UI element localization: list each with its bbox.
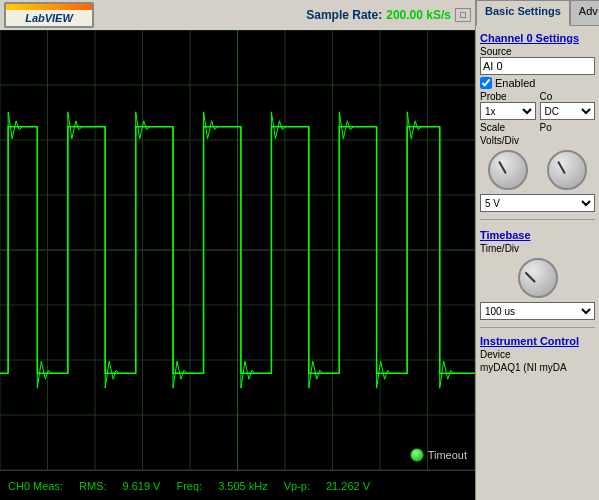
rms-value: 9.619 V (123, 480, 161, 492)
window-controls: □ (455, 8, 471, 22)
instrument-control-title: Instrument Control (480, 335, 595, 347)
source-input[interactable] (480, 57, 595, 75)
scale-label: Scale (480, 122, 536, 133)
coupling-label: Co (540, 91, 596, 102)
probe-label: Probe (480, 91, 536, 102)
vpp-value: 21.262 V (326, 480, 370, 492)
timebase-title: Timebase (480, 229, 595, 241)
position-knob-area (540, 150, 596, 190)
volts-div-knob-area (480, 150, 536, 190)
labview-logo: LabVIEW (4, 2, 94, 28)
panel-content: Channel 0 Settings Source Enabled Probe … (476, 26, 599, 500)
probe-coupling-row: Probe 1x 10x Co DC AC (480, 89, 595, 120)
ch0-label: CH0 Meas: (8, 480, 63, 492)
source-label: Source (480, 46, 595, 57)
volt-select[interactable]: 5 V 2 V 1 V (480, 194, 595, 212)
measurements-bar: CH0 Meas: RMS: 9.619 V Freq: 3.505 kHz V… (0, 470, 475, 500)
sample-rate-label: Sample Rate: (306, 8, 382, 22)
volts-div-knob[interactable] (488, 150, 528, 190)
rms-label: RMS: (79, 480, 107, 492)
toolbar: LabVIEW Sample Rate: 200.00 kS/s □ (0, 0, 475, 30)
knob-indicator (498, 161, 507, 174)
device-value: myDAQ1 (NI myDA (480, 362, 595, 373)
right-panel: Basic Settings Adv Channel 0 Settings So… (475, 0, 599, 500)
time-div-knob[interactable] (518, 258, 558, 298)
timeout-led (410, 448, 424, 462)
coupling-select[interactable]: DC AC (540, 102, 596, 120)
knob-indicator (524, 272, 535, 283)
scope-canvas (0, 30, 475, 470)
timeout-text: Timeout (428, 449, 467, 461)
sample-rate-value: 200.00 kS/s (386, 8, 451, 22)
channel-settings-section: Channel 0 Settings Source Enabled Probe … (480, 30, 595, 212)
channel-settings-title: Channel 0 Settings (480, 32, 595, 44)
enabled-row: Enabled (480, 77, 595, 89)
knob-indicator (557, 161, 566, 174)
timebase-section: Timebase Time/Div 100 us 50 us 200 us (480, 227, 595, 320)
enabled-checkbox[interactable] (480, 77, 492, 89)
tab-adv[interactable]: Adv (570, 0, 599, 26)
vpp-label: Vp-p: (284, 480, 310, 492)
time-div-label: Time/Div (480, 243, 595, 254)
restore-button[interactable]: □ (455, 8, 471, 22)
timeout-area: Timeout (410, 448, 467, 462)
freq-label: Freq: (176, 480, 202, 492)
volt-select-row: 5 V 2 V 1 V (480, 194, 595, 212)
volts-div-label: Volts/Div (480, 135, 536, 146)
time-select[interactable]: 100 us 50 us 200 us (480, 302, 595, 320)
scale-position-labels: Scale Volts/Div Po (480, 120, 595, 146)
divider-2 (480, 327, 595, 328)
freq-value: 3.505 kHz (218, 480, 268, 492)
enabled-label: Enabled (495, 77, 535, 89)
probe-select[interactable]: 1x 10x (480, 102, 536, 120)
time-div-knob-area (480, 258, 595, 298)
knobs-row (480, 146, 595, 194)
instrument-control-section: Instrument Control Device myDAQ1 (NI myD… (480, 335, 595, 373)
left-panel: LabVIEW Sample Rate: 200.00 kS/s □ Timeo… (0, 0, 475, 500)
time-select-row: 100 us 50 us 200 us (480, 302, 595, 320)
tab-basic[interactable]: Basic Settings (476, 0, 570, 26)
scope-display: Timeout (0, 30, 475, 470)
device-label: Device (480, 349, 595, 360)
divider-1 (480, 219, 595, 220)
position-knob[interactable] (547, 150, 587, 190)
position-label: Po (540, 122, 596, 133)
tabs: Basic Settings Adv (476, 0, 599, 26)
